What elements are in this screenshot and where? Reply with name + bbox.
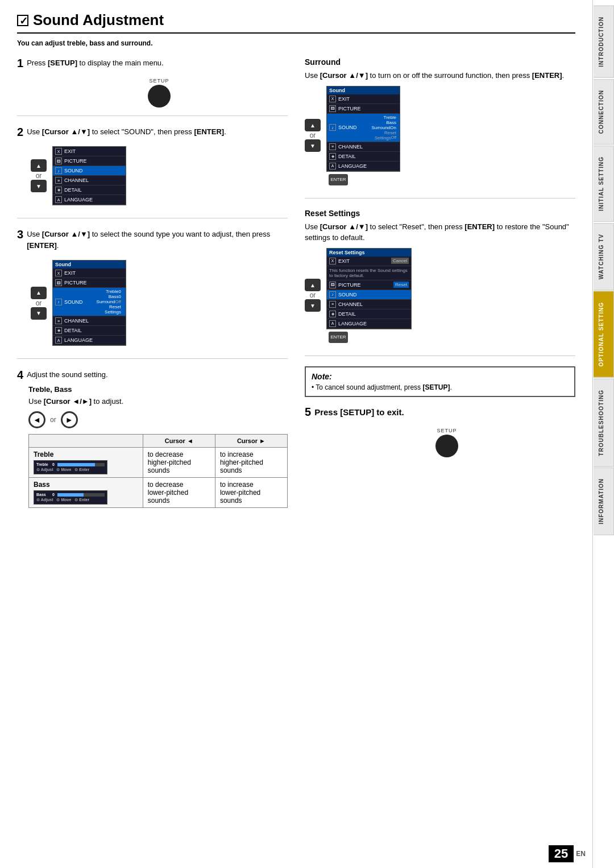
arrow-up-reset: ▲ [305,279,321,291]
note-box: Note: • To cancel sound adjustment, pres… [305,366,575,397]
detail-icon-2: ◈ [55,187,62,193]
reset-settings-header: Reset Settings [305,209,575,218]
treble-cursor-left-cell: to decreasehigher-pitchedsounds [143,448,215,478]
step-4: 4 Adjust the sound setting. Treble, Bass… [17,369,288,524]
menu-language-2: A LANGUAGE [53,195,126,205]
reset-settings-text: Use [Cursor ▲/▼] to select "Reset", then… [305,221,575,243]
step-2-number: 2 [17,126,23,138]
move-ctrl-2: ⊙ Move [56,498,71,502]
arrow-up-surround: ▲ [305,119,321,131]
sound-submenu-3: Treble 0 Bass 0 Surround Off Reset Setti… [94,289,123,315]
bass-label-cell: Bass Bass 0 [29,478,143,508]
bass-cursor-right-cell: to increaselower-pitchedsounds [215,478,287,508]
arrow-down-reset: ▼ [305,299,321,312]
step-5-number: 5 [305,406,311,418]
treble-bass-section: Treble, Bass Use [Cursor ◄/►] to adjust.… [28,385,288,509]
right-column: Surround Use [Cursor ▲/▼] to turn on or … [305,57,575,534]
step-2-text: Use [Cursor ▲/▼] to select "SOUND", then… [27,126,226,138]
menu-exit-3: X EXIT [53,268,126,278]
arrow-up-2: ▲ [31,159,47,172]
bass-cursor-left-cell: to decreaselower-pitchedsounds [143,478,215,508]
page-number: 25 [549,845,574,862]
tab-initial-setting[interactable]: INITIAL SETTING [594,146,614,222]
enter-btn-reset: ENTER [329,332,348,343]
treble-bar-0: 0 [52,462,55,466]
treble-bar-mockup: Treble 0 ⊙ Adjust [34,460,107,474]
page-number-bar: 25 EN [549,845,586,862]
tab-optional-setting[interactable]: OPTIONAL SETTING [594,291,614,378]
language-icon-2: A [55,196,62,203]
step-5-setup-diagram: SETUP [318,428,575,457]
step-4-number: 4 [17,369,23,381]
bass-bar-label: Bass [36,493,51,497]
picture-icon-3: 🖼 [55,279,62,286]
step-2: 2 Use [Cursor ▲/▼] to select "SOUND", th… [17,126,288,219]
tab-connection[interactable]: CONNECTION [594,79,614,144]
tab-introduction[interactable]: INTRODUCTION [594,6,614,78]
bass-bar-track [57,493,105,497]
treble-bar-fill [57,463,95,466]
sound-icon-2: ♪ [55,167,62,174]
treble-bass-desc: Use [Cursor ◄/►] to adjust. [28,396,288,407]
arrow-down-surround: ▼ [305,139,321,152]
note-title: Note: [312,372,569,381]
sound-icon-3: ♪ [55,299,62,305]
tab-watching-tv[interactable]: WATCHING TV [594,223,614,290]
table-cursor-left-header: Cursor ◄ [143,435,215,448]
picture-icon-2: 🖼 [55,158,62,164]
left-column: 1 Press [SETUP] to display the main menu… [17,57,288,534]
arrow-down-3: ▼ [31,307,47,320]
reset-menu-mockup: Reset Settings X EXIT Cancel This functi… [326,248,412,329]
reset-menu-title: Reset Settings [327,249,411,257]
tab-troubleshooting[interactable]: TROUBLESHOOTING [594,379,614,467]
treble-bar-row: Treble 0 [36,462,105,466]
arrow-down-2: ▼ [31,180,47,192]
cursor-up-down-3: ▲ or ▼ [31,287,47,320]
treble-bar-label: Treble [36,462,51,466]
menu-sound-2: ♪ SOUND [53,166,126,176]
or-text-surround: or [310,131,316,139]
cursor-up-down-2: ▲ or ▼ [31,159,47,192]
setup-label-1: SETUP [149,78,169,84]
note-bullet: • To cancel sound adjustment, press [SET… [312,383,569,391]
surround-menu-wrap: Sound X EXIT 🖼 PICTURE ♪ [326,86,400,185]
arrow-right: ► [61,411,78,428]
bass-bar-row: Bass 0 [36,493,105,497]
surround-menu-mockup: Sound X EXIT 🖼 PICTURE ♪ [326,86,400,172]
channel-icon-3: ≡ [55,317,62,324]
menu-title-3: Sound [53,261,126,268]
title-text: Sound Adjustment [33,11,164,29]
menu-mockup-3: Sound X EXIT 🖼 PICTURE ♪ [52,260,126,346]
page-lang: EN [576,850,586,858]
language-icon-3: A [55,337,62,344]
enter-btn-surround: ENTER [329,174,348,185]
bass-bar-0: 0 [52,493,55,497]
sound-table: Cursor ◄ Cursor ► Treble [28,434,288,508]
enter-ctrl-2: ⊙ Enter [74,498,89,502]
surround-picture-row: 🖼 PICTURE [327,104,400,114]
table-cursor-right-header: Cursor ► [215,435,287,448]
reset-desc-row: This function resets the Sound settings … [327,266,411,280]
adjust-ctrl: ⊙ Adjust [36,468,53,472]
reset-menu-wrap: Reset Settings X EXIT Cancel This functi… [326,248,412,343]
move-ctrl: ⊙ Move [56,468,71,472]
exit-icon-3: X [55,270,62,276]
step-5-text: Press [SETUP] to exit. [314,406,404,419]
lr-or: or [50,416,56,424]
reset-diagram: ▲ or ▼ Reset Settings X EXIT Cancel [305,248,575,343]
table-row-treble: Treble Treble 0 [29,448,288,478]
table-row-bass: Bass Bass 0 [29,478,288,508]
menu-picture-3: 🖼 PICTURE [53,278,126,288]
treble-bar-controls: ⊙ Adjust ⊙ Move ⊙ Enter [36,468,105,472]
step-1-text: Press [SETUP] to display the main menu. [27,57,164,69]
surround-header: Surround [305,57,575,67]
surround-diagram: ▲ or ▼ Sound X EXIT [305,86,575,185]
step-4-text: Adjust the sound setting. [27,369,107,381]
step-5: 5 Press [SETUP] to exit. SETUP [305,406,575,466]
treble-bar-track [57,463,105,466]
surround-exit-row: X EXIT [327,94,400,104]
menu-mockup-3-wrap: Sound X EXIT 🖼 PICTURE ♪ [52,260,126,346]
note-bullet-text: To cancel sound adjustment, press [SETUP… [316,383,451,391]
tab-information[interactable]: INFORMATION [594,468,614,535]
step-1-setup-diagram: SETUP [31,78,288,108]
